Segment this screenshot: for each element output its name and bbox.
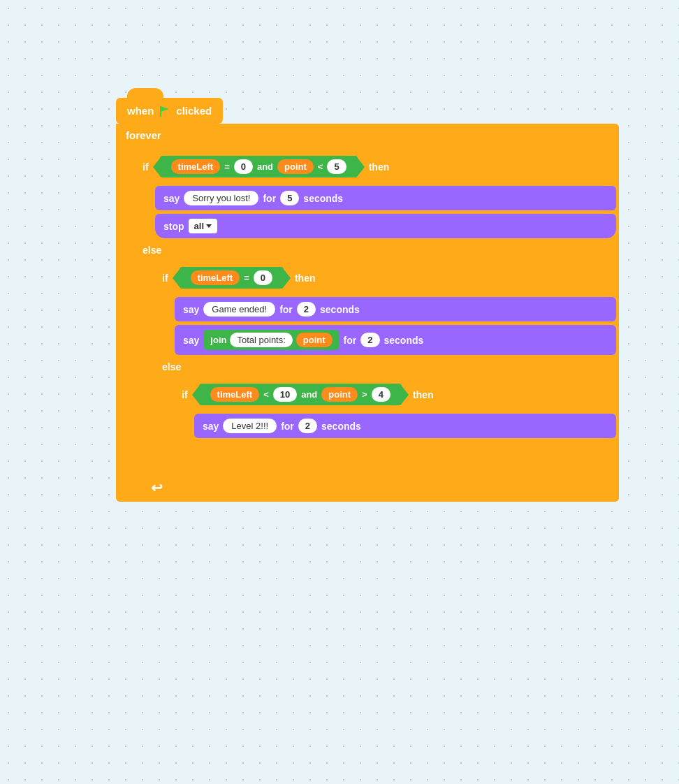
if2-op: = xyxy=(244,273,249,283)
say2-text: Game ended! xyxy=(203,302,275,317)
if1-body: say Sorry you lost! for 5 seconds stop xyxy=(136,182,616,242)
if2-var: timeLeft xyxy=(191,270,240,285)
hat-block[interactable]: when clicked xyxy=(116,98,223,124)
else2-inner: if timeLeft < 10 and xyxy=(175,375,616,452)
forever-header: forever xyxy=(116,124,619,147)
else1-label: else xyxy=(136,242,616,259)
if3-inner: say Level 2!!! for 2 seconds xyxy=(194,410,616,442)
if3-body: say Level 2!!! for 2 seconds xyxy=(175,410,616,442)
stop-dropdown[interactable]: all xyxy=(189,219,217,233)
stop-arrow-icon xyxy=(206,224,212,228)
else1-body: if timeLeft = 0 then xyxy=(136,259,616,463)
stop-block[interactable]: stop all xyxy=(155,214,616,238)
if2-condition: timeLeft = 0 xyxy=(180,267,284,289)
say4-secs: 2 xyxy=(298,419,317,433)
forever-mouth: if timeLeft = 0 and point < 5 xyxy=(116,147,619,474)
if1-header: if timeLeft = 0 and point < 5 xyxy=(136,151,616,182)
forever-content: if timeLeft = 0 and point < 5 xyxy=(136,147,616,474)
if1-arm xyxy=(136,182,155,242)
if1-inner: say Sorry you lost! for 5 seconds stop xyxy=(155,182,616,242)
scratch-blocks: when clicked forever xyxy=(116,98,619,502)
if1-block: if timeLeft = 0 and point < 5 xyxy=(136,151,616,470)
if1-op2: < xyxy=(318,161,323,172)
if2-block: if timeLeft = 0 then xyxy=(155,262,616,459)
say4-text: Level 2!!! xyxy=(223,419,277,433)
clicked-label: clicked xyxy=(176,105,212,117)
else2-arm xyxy=(155,375,175,452)
else2-body: if timeLeft < 10 and xyxy=(155,375,616,452)
if3-arm xyxy=(175,410,194,442)
if2-inner: say Game ended! for 2 seconds xyxy=(175,293,616,358)
if2-footer xyxy=(155,452,616,459)
forever-block: forever if xyxy=(116,124,619,502)
if2-header: if timeLeft = 0 then xyxy=(155,262,616,293)
if3-var1: timeLeft xyxy=(210,387,260,402)
if1-condition: timeLeft = 0 and point < 5 xyxy=(160,156,358,177)
repeat-icon: ↩ xyxy=(151,479,163,496)
if3-val1: 10 xyxy=(273,387,297,402)
if1-var2: point xyxy=(277,159,314,174)
if3-val2: 4 xyxy=(372,387,390,402)
if1-footer xyxy=(136,463,616,470)
join-var: point xyxy=(296,333,333,347)
say4-block[interactable]: say Level 2!!! for 2 seconds xyxy=(194,414,616,438)
else2-label: else xyxy=(155,358,616,375)
flag-icon xyxy=(159,106,170,117)
say2-secs: 2 xyxy=(297,302,316,317)
svg-rect-1 xyxy=(160,106,161,117)
else1-arm xyxy=(136,259,155,463)
say2-block[interactable]: say Game ended! for 2 seconds xyxy=(175,297,616,321)
if1-val2: 5 xyxy=(327,159,346,174)
svg-marker-0 xyxy=(161,106,169,112)
if3-header: if timeLeft < 10 and xyxy=(175,379,616,410)
scratch-workspace: when clicked forever xyxy=(116,98,619,502)
forever-left-arm xyxy=(116,147,136,474)
say3-block[interactable]: say join Total points: point xyxy=(175,325,616,355)
if2-body: say Game ended! for 2 seconds xyxy=(155,293,616,358)
if3-var2: point xyxy=(321,387,358,402)
if2-val: 0 xyxy=(254,270,272,285)
if3-op1: < xyxy=(263,389,269,400)
if1-var1: timeLeft xyxy=(171,159,221,174)
if1-op1: = xyxy=(224,161,230,172)
say1-text: Sorry you lost! xyxy=(184,191,258,205)
if2-arm xyxy=(155,293,175,358)
say3-secs: 2 xyxy=(360,333,379,347)
say1-block[interactable]: say Sorry you lost! for 5 seconds xyxy=(155,186,616,210)
join-block: join Total points: point xyxy=(203,330,339,350)
say1-secs: 5 xyxy=(280,191,299,205)
when-label: when xyxy=(127,105,154,117)
forever-cap: ↩ xyxy=(116,474,619,502)
if3-footer xyxy=(175,442,616,449)
if1-and: and xyxy=(257,161,273,172)
if3-block: if timeLeft < 10 and xyxy=(175,379,616,449)
if3-and: and xyxy=(301,389,317,400)
if3-op2: > xyxy=(362,389,367,400)
if1-val1: 0 xyxy=(234,159,253,174)
if3-condition: timeLeft < 10 and point > 4 xyxy=(199,384,402,405)
else1-inner: if timeLeft = 0 then xyxy=(155,259,616,463)
total-points-val: Total points: xyxy=(230,333,292,347)
